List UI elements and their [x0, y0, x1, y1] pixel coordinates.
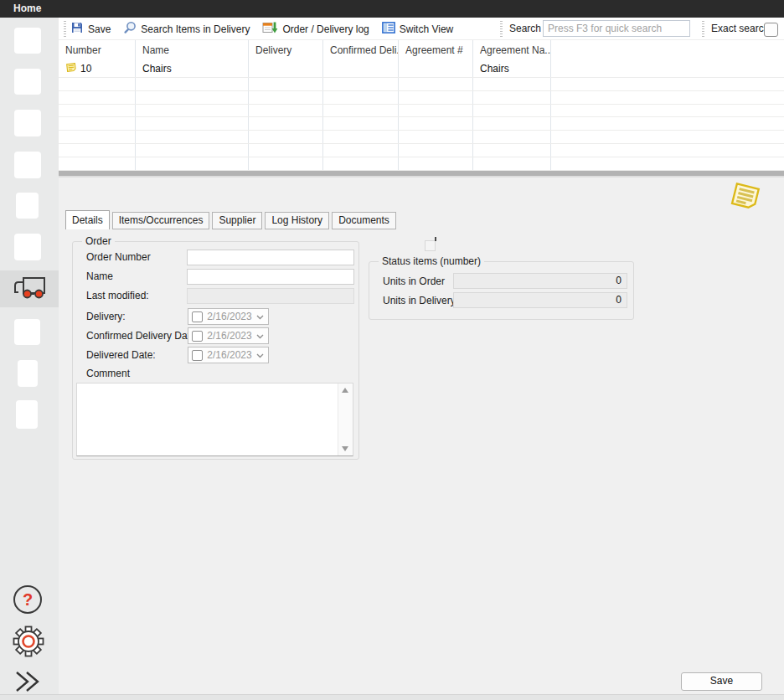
empty-grid-row — [59, 105, 784, 118]
save-details-button[interactable]: Save — [681, 672, 762, 691]
units-in-order-field: 0 — [453, 273, 627, 289]
clipped-control-artifact — [425, 240, 436, 251]
exact-search-grip[interactable] — [702, 21, 704, 37]
sidebar-item-1[interactable] — [14, 28, 41, 54]
clipped-control-tick — [435, 237, 436, 241]
sidebar-item-deliveries-selected[interactable] — [0, 270, 59, 307]
confirmed-delivery-checkbox[interactable] — [192, 331, 203, 342]
orders-grid: Number Name Delivery Confirmed Deli... A… — [59, 40, 784, 171]
delivery-label: Delivery: — [86, 311, 126, 322]
details-tabstrip: Details Items/Occurrences Supplier Log H… — [65, 210, 396, 229]
help-button[interactable]: ? — [13, 585, 42, 614]
column-header-agreement-name[interactable]: Agreement Na... — [473, 40, 551, 60]
switch-view-label: Switch View — [400, 23, 453, 35]
units-in-delivery-label: Units in Delivery — [383, 295, 456, 306]
sidebar-item-2[interactable] — [14, 69, 41, 95]
comment-scrollbar[interactable] — [338, 383, 353, 456]
order-number-label: Order Number — [86, 251, 151, 263]
page-title: Home — [13, 3, 41, 14]
note-icon — [65, 62, 77, 75]
column-header-agreement-number[interactable]: Agreement # — [399, 40, 473, 60]
details-panel: Details Items/Occurrences Supplier Log H… — [59, 178, 784, 694]
tab-details[interactable]: Details — [65, 210, 110, 229]
delivered-date-checkbox[interactable] — [192, 350, 203, 361]
last-modified-input — [187, 288, 354, 304]
delivery-date-checkbox[interactable] — [192, 311, 203, 322]
magnifier-icon — [123, 21, 137, 37]
order-groupbox: Order Order Number Name Last modified: D… — [72, 241, 359, 460]
sidebar-item-3[interactable] — [14, 110, 41, 136]
units-in-order-label: Units in Order — [383, 275, 445, 287]
comment-textarea[interactable] — [76, 383, 353, 456]
tab-items-occurrences[interactable]: Items/Occurrences — [112, 212, 210, 229]
scroll-up-icon[interactable] — [342, 388, 348, 393]
gear-icon — [12, 649, 45, 661]
search-items-in-delivery-button[interactable]: Search Items in Delivery — [123, 21, 250, 37]
cell-confirmed-delivery — [323, 60, 399, 77]
tab-log-history[interactable]: Log History — [265, 212, 329, 229]
units-in-delivery-field: 0 — [453, 292, 627, 308]
chevron-down-icon[interactable] — [256, 311, 264, 322]
chevron-down-icon[interactable] — [256, 349, 264, 361]
sidebar-item-6[interactable] — [14, 234, 41, 260]
search-toolbar-grip[interactable] — [500, 21, 503, 37]
sidebar-item-9[interactable] — [16, 400, 38, 429]
empty-grid-row — [59, 78, 784, 91]
horizontal-splitter[interactable] — [59, 171, 784, 178]
cell-name: Chairs — [136, 60, 249, 77]
expand-sidebar-button[interactable] — [14, 669, 41, 697]
switch-view-button[interactable]: Switch View — [382, 22, 453, 36]
status-items-groupbox: Status items (number) Units in Order 0 U… — [369, 261, 634, 320]
titlebar: Home — [0, 0, 784, 18]
search-items-label: Search Items in Delivery — [141, 23, 250, 35]
empty-grid-row — [59, 144, 784, 157]
name-label: Name — [86, 270, 113, 282]
order-delivery-log-button[interactable]: Order / Delivery log — [262, 21, 369, 37]
delivery-truck-icon — [11, 275, 48, 303]
toolbar-grip[interactable] — [64, 21, 66, 37]
exact-search-label: Exact search — [711, 18, 769, 40]
chevron-down-icon[interactable] — [256, 330, 264, 342]
column-header-filler — [551, 40, 784, 60]
delivered-date-label: Delivered Date: — [86, 349, 156, 361]
scroll-down-icon[interactable] — [342, 446, 348, 451]
question-mark-icon: ? — [23, 590, 33, 610]
column-header-name[interactable]: Name — [136, 40, 249, 60]
last-modified-label: Last modified: — [86, 290, 149, 301]
empty-grid-row — [59, 117, 784, 131]
order-number-input[interactable] — [187, 250, 354, 265]
grid-header-row: Number Name Delivery Confirmed Deli... A… — [59, 40, 784, 60]
confirmed-delivery-date-picker[interactable]: 2/16/2023 — [188, 327, 269, 344]
quick-search-input[interactable] — [543, 20, 690, 37]
floppy-save-icon — [70, 21, 84, 37]
order-groupbox-title: Order — [82, 235, 115, 247]
sidebar-item-7[interactable] — [14, 319, 40, 345]
sidebar-item-5[interactable] — [16, 193, 39, 219]
search-label: Search — [509, 18, 541, 40]
exact-search-checkbox[interactable] — [764, 23, 778, 37]
column-header-confirmed-delivery[interactable]: Confirmed Deli... — [323, 40, 399, 60]
panel-note-icon — [729, 179, 762, 215]
sidebar-item-8[interactable] — [18, 360, 38, 387]
confirmed-delivery-value: 2/16/2023 — [203, 330, 256, 342]
name-input[interactable] — [187, 269, 354, 285]
tab-documents[interactable]: Documents — [332, 212, 396, 229]
empty-grid-row — [59, 157, 784, 171]
comment-label: Comment — [86, 368, 130, 379]
cell-number: 10 — [59, 60, 136, 77]
save-button[interactable]: Save — [70, 21, 111, 37]
sidebar: ? — [0, 18, 59, 700]
cell-agreement-name: Chairs — [473, 60, 551, 77]
sidebar-item-4[interactable] — [14, 152, 41, 178]
cell-filler — [551, 60, 784, 77]
column-header-number[interactable]: Number — [59, 40, 136, 60]
bottom-edge-strip — [0, 694, 784, 700]
delivery-date-picker[interactable]: 2/16/2023 — [188, 308, 269, 325]
table-row[interactable]: 10 Chairs Chairs — [59, 60, 784, 78]
delivered-date-picker[interactable]: 2/16/2023 — [188, 347, 269, 363]
tab-supplier[interactable]: Supplier — [212, 212, 262, 229]
toolbar: Save Search Items in Delivery — [59, 18, 784, 40]
confirmed-delivery-label: Confirmed Delivery Date: — [86, 330, 199, 342]
settings-button[interactable] — [12, 625, 45, 661]
column-header-delivery[interactable]: Delivery — [249, 40, 323, 60]
